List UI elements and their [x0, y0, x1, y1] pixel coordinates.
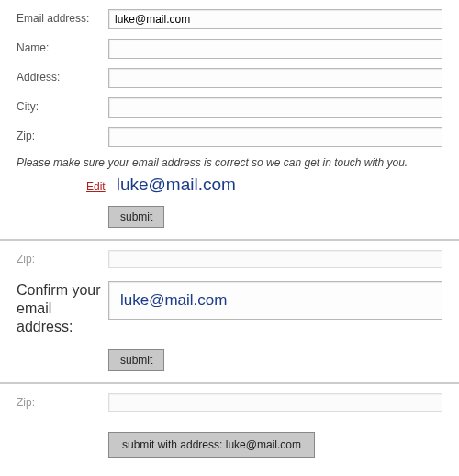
- zip-label-3: Zip:: [17, 393, 108, 409]
- name-field[interactable]: [108, 39, 442, 59]
- edit-link[interactable]: Edit: [86, 180, 106, 193]
- zip-label-2: Zip:: [17, 250, 108, 266]
- zip-field-3[interactable]: [108, 393, 442, 412]
- submit-button[interactable]: submit: [108, 206, 164, 228]
- confirm-email-field[interactable]: [108, 281, 442, 320]
- city-field[interactable]: [108, 97, 442, 118]
- zip-field-2[interactable]: [108, 250, 442, 268]
- submit-with-address-button[interactable]: submit with address: luke@mail.com: [108, 432, 315, 458]
- email-field[interactable]: [108, 9, 442, 29]
- divider-2: [0, 382, 459, 384]
- echo-email: luke@mail.com: [117, 175, 236, 195]
- divider: [0, 239, 459, 241]
- submit-button-2[interactable]: submit: [108, 349, 164, 371]
- email-label: Email address:: [17, 9, 108, 25]
- zip-label: Zip:: [17, 127, 108, 142]
- confirm-email-label: Confirm your email address:: [17, 281, 108, 336]
- city-label: City:: [17, 97, 108, 113]
- address-field[interactable]: [108, 68, 442, 88]
- name-label: Name:: [17, 39, 108, 54]
- email-hint: Please make sure your email address is c…: [17, 156, 442, 169]
- zip-field[interactable]: [108, 127, 442, 147]
- address-label: Address:: [17, 68, 108, 84]
